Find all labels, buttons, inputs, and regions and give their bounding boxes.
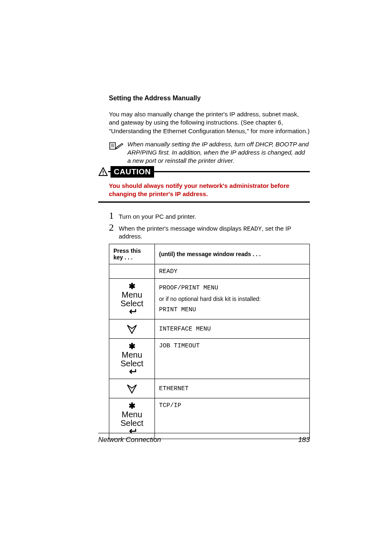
key-select-label: Select	[120, 359, 143, 368]
step-1: 1 Turn on your PC and printer.	[109, 210, 310, 221]
key-menu-label: Menu	[122, 291, 142, 299]
message-value: PROOF/PRINT MENU	[159, 284, 305, 291]
note-icon	[109, 141, 127, 152]
key-menu-label: Menu	[122, 410, 142, 419]
note-text: When manually setting the IP address, tu…	[127, 140, 310, 165]
step-text: Turn on your PC and printer.	[119, 213, 196, 220]
enter-arrow-icon	[127, 309, 136, 316]
step-number: 2	[109, 222, 119, 233]
table-row: INTERFACE MENU	[109, 319, 310, 338]
step-text: When the printer's message window displa…	[119, 225, 310, 240]
svg-point-6	[103, 173, 104, 174]
menu-select-key-icon: ✱ Menu Select	[113, 342, 150, 376]
menu-select-key-icon: ✱ Menu Select	[113, 402, 150, 435]
step-text-part: When the printer's message window displa…	[119, 225, 243, 232]
down-arrow-key-icon	[113, 382, 150, 395]
star-icon: ✱	[129, 282, 136, 291]
step-number: 1	[109, 210, 119, 221]
intro-paragraph: You may also manually change the printer…	[109, 110, 310, 135]
table-row: ✱ Menu Select JOB TIMEOUT	[109, 338, 310, 379]
caution-label: CAUTION	[111, 166, 154, 178]
star-icon: ✱	[129, 342, 136, 351]
svg-line-4	[117, 144, 121, 147]
message-value: TCP/IP	[159, 402, 181, 409]
message-value: ETHERNET	[159, 385, 189, 392]
message-value: INTERFACE MENU	[159, 326, 211, 333]
warning-triangle-icon	[98, 167, 108, 177]
key-sequence-table: Press this key . . . (until) the message…	[109, 244, 310, 439]
page-number: 183	[298, 436, 310, 444]
page-footer: Network Connection 183	[98, 433, 310, 444]
key-select-label: Select	[120, 299, 143, 308]
message-note: or if no optional hard disk kit is insta…	[159, 296, 305, 302]
caution-header: CAUTION	[98, 171, 310, 178]
key-select-label: Select	[120, 419, 143, 428]
step-text-mono: READY	[243, 226, 262, 233]
message-value: PRINT MENU	[159, 306, 305, 313]
caution-text: You should always notify your network's …	[109, 182, 310, 199]
key-menu-label: Menu	[122, 351, 142, 359]
footer-title: Network Connection	[98, 436, 161, 444]
table-row: ✱ Menu Select PROOF/PRINT MENU or if no …	[109, 279, 310, 319]
svg-rect-0	[110, 143, 115, 149]
table-row: ETHERNET	[109, 379, 310, 398]
table-header-message: (until) the message window reads . . .	[155, 244, 310, 264]
note-block: When manually setting the IP address, tu…	[109, 140, 310, 165]
step-2: 2 When the printer's message window disp…	[109, 222, 310, 240]
table-row: READY	[109, 264, 310, 279]
divider	[98, 201, 310, 203]
message-value: READY	[159, 268, 178, 275]
star-icon: ✱	[129, 402, 136, 410]
enter-arrow-icon	[127, 369, 136, 376]
message-value: JOB TIMEOUT	[159, 342, 200, 349]
menu-select-key-icon: ✱ Menu Select	[113, 282, 150, 316]
section-heading: Setting the Address Manually	[109, 95, 310, 102]
table-header-key: Press this key . . .	[109, 244, 155, 264]
down-arrow-key-icon	[113, 323, 150, 335]
